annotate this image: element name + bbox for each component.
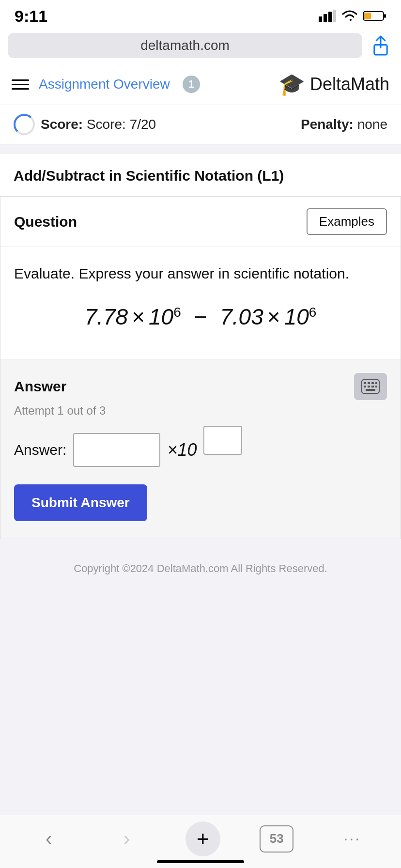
deltamath-logo: 🎓 DeltaMath bbox=[278, 72, 389, 97]
question-body: Evaluate. Express your answer in scienti… bbox=[0, 247, 401, 359]
math-term1: 7.78×106 bbox=[85, 304, 187, 329]
forward-button[interactable]: › bbox=[108, 824, 146, 853]
status-time: 9:11 bbox=[15, 7, 47, 26]
submit-answer-button[interactable]: Submit Answer bbox=[14, 484, 147, 521]
problem-title-bar: Add/Subtract in Scientific Notation (L1) bbox=[0, 154, 401, 196]
math-term2: 7.03×106 bbox=[220, 304, 316, 329]
score-text: Score: Score: 7/20 bbox=[41, 117, 156, 132]
logo-text: DeltaMath bbox=[310, 74, 389, 94]
math-expression: 7.78×106 − 7.03×106 bbox=[14, 304, 387, 330]
answer-label: Answer bbox=[14, 378, 66, 395]
svg-rect-1 bbox=[324, 14, 327, 22]
times-10-text: ×10 bbox=[167, 440, 197, 460]
nav-badge: 1 bbox=[183, 76, 200, 93]
copyright-text: Copyright ©2024 DeltaMath.com All Rights… bbox=[74, 562, 327, 574]
svg-rect-17 bbox=[366, 389, 375, 391]
status-bar: 9:11 bbox=[0, 0, 401, 29]
question-header: Question Examples bbox=[0, 197, 401, 247]
exponent-input[interactable] bbox=[203, 426, 242, 455]
address-bar-wrap: deltamath.com bbox=[0, 29, 401, 64]
attempt-text: Attempt 1 out of 3 bbox=[14, 404, 387, 418]
svg-rect-15 bbox=[371, 386, 374, 388]
question-card: Question Examples Evaluate. Express your… bbox=[0, 196, 401, 539]
more-button[interactable]: ··· bbox=[333, 824, 371, 853]
svg-rect-6 bbox=[364, 13, 371, 19]
wifi-icon bbox=[341, 9, 358, 23]
coefficient-input[interactable] bbox=[73, 433, 160, 467]
svg-rect-13 bbox=[364, 386, 366, 388]
url-text: deltamath.com bbox=[140, 38, 230, 53]
footer: Copyright ©2024 DeltaMath.com All Rights… bbox=[0, 539, 401, 587]
score-bar: Score: Score: 7/20 Penalty: none bbox=[0, 105, 401, 144]
svg-rect-12 bbox=[375, 382, 377, 384]
graduation-cap-icon: 🎓 bbox=[278, 72, 305, 97]
svg-rect-2 bbox=[328, 12, 332, 22]
answer-section: Answer Attempt 1 bbox=[0, 359, 401, 539]
svg-rect-16 bbox=[375, 386, 377, 388]
assignment-overview-link[interactable]: Assignment Overview bbox=[39, 77, 170, 92]
svg-rect-9 bbox=[364, 382, 366, 384]
address-bar[interactable]: deltamath.com bbox=[8, 33, 362, 58]
home-indicator bbox=[157, 860, 244, 863]
answer-header: Answer bbox=[14, 373, 387, 400]
svg-rect-10 bbox=[368, 382, 370, 384]
share-button[interactable] bbox=[368, 33, 393, 58]
status-icons bbox=[319, 9, 386, 23]
new-tab-button[interactable]: + bbox=[185, 822, 220, 856]
battery-icon bbox=[363, 10, 386, 22]
tab-count-button[interactable]: 53 bbox=[260, 825, 293, 852]
svg-rect-11 bbox=[371, 382, 374, 384]
back-button[interactable]: ‹ bbox=[30, 824, 68, 853]
hamburger-menu-icon[interactable] bbox=[12, 79, 29, 90]
penalty-text: Penalty: none bbox=[301, 117, 387, 132]
svg-rect-3 bbox=[333, 10, 336, 22]
problem-title: Add/Subtract in Scientific Notation (L1) bbox=[14, 168, 387, 184]
svg-rect-14 bbox=[368, 386, 370, 388]
svg-rect-0 bbox=[319, 16, 322, 22]
answer-row-label: Answer: bbox=[14, 442, 66, 458]
score-left: Score: Score: 7/20 bbox=[14, 114, 156, 135]
score-circle-icon bbox=[14, 114, 35, 135]
question-prompt: Evaluate. Express your answer in scienti… bbox=[14, 263, 387, 284]
nav-bar: Assignment Overview 1 🎓 DeltaMath bbox=[0, 64, 401, 105]
svg-rect-5 bbox=[384, 14, 386, 18]
examples-button[interactable]: Examples bbox=[307, 208, 387, 235]
question-label: Question bbox=[14, 214, 77, 230]
signal-icon bbox=[319, 10, 336, 22]
answer-input-row: Answer: ×10 bbox=[14, 433, 387, 467]
keyboard-button[interactable] bbox=[354, 373, 387, 400]
